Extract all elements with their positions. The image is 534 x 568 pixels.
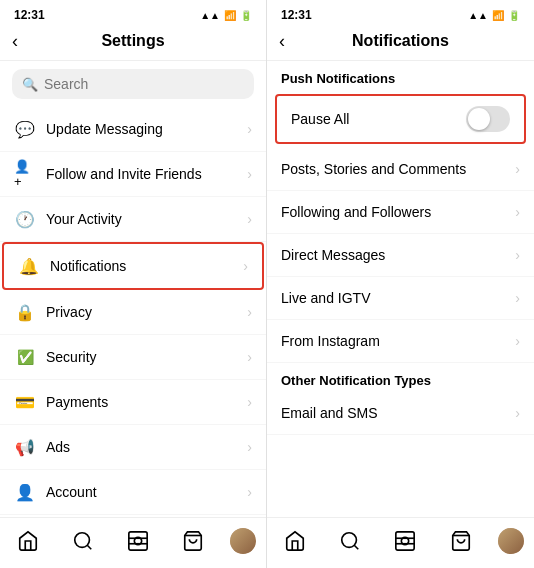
other-types-header: Other Notification Types	[267, 363, 534, 392]
nav-profile-r[interactable]	[498, 528, 524, 554]
account-icon: 👤	[14, 481, 36, 503]
chevron-icon: ›	[247, 439, 252, 455]
chevron-icon: ›	[515, 161, 520, 177]
svg-line-1	[87, 545, 91, 549]
svg-rect-9	[396, 532, 414, 550]
bottom-nav-left	[0, 517, 266, 568]
status-icons-left: ▲▲ 📶 🔋	[200, 10, 252, 21]
update-messaging-icon: 💬	[14, 118, 36, 140]
settings-title: Settings	[101, 32, 164, 50]
svg-point-7	[342, 533, 357, 548]
status-bar-right: 12:31 ▲▲ 📶 🔋	[267, 0, 534, 26]
nav-reels[interactable]	[120, 526, 156, 556]
signal-icon-r: ▲▲	[468, 10, 488, 21]
chevron-icon: ›	[515, 333, 520, 349]
chevron-icon: ›	[515, 290, 520, 306]
push-notifications-header: Push Notifications	[267, 61, 534, 90]
svg-point-0	[75, 533, 90, 548]
security-icon: ✅	[14, 346, 36, 368]
pause-all-label: Pause All	[291, 111, 466, 127]
notifications-title-bar: ‹ Notifications	[267, 26, 534, 61]
notifications-title: Notifications	[352, 32, 449, 50]
chevron-icon: ›	[247, 211, 252, 227]
settings-item-account[interactable]: 👤 Account ›	[0, 470, 266, 515]
pause-all-row[interactable]: Pause All	[275, 94, 526, 144]
notif-item-direct-messages[interactable]: Direct Messages ›	[267, 234, 534, 277]
back-button-notif[interactable]: ‹	[279, 31, 285, 52]
live-igtv-label: Live and IGTV	[281, 290, 515, 306]
notif-item-from-instagram[interactable]: From Instagram ›	[267, 320, 534, 363]
chevron-icon: ›	[515, 204, 520, 220]
your-activity-label: Your Activity	[46, 211, 237, 227]
nav-profile[interactable]	[230, 528, 256, 554]
search-icon: 🔍	[22, 77, 38, 92]
nav-reels-r[interactable]	[387, 526, 423, 556]
settings-item-ads[interactable]: 📢 Ads ›	[0, 425, 266, 470]
settings-item-privacy[interactable]: 🔒 Privacy ›	[0, 290, 266, 335]
your-activity-icon: 🕐	[14, 208, 36, 230]
following-label: Following and Followers	[281, 204, 515, 220]
chevron-icon: ›	[515, 247, 520, 263]
notif-item-following[interactable]: Following and Followers ›	[267, 191, 534, 234]
notifications-label: Notifications	[50, 258, 233, 274]
nav-search-r[interactable]	[332, 526, 368, 556]
settings-item-update-messaging[interactable]: 💬 Update Messaging ›	[0, 107, 266, 152]
follow-invite-label: Follow and Invite Friends	[46, 166, 237, 182]
notifications-icon: 🔔	[18, 255, 40, 277]
chevron-icon: ›	[247, 349, 252, 365]
chevron-icon: ›	[247, 484, 252, 500]
settings-list: 💬 Update Messaging › 👤+ Follow and Invit…	[0, 107, 266, 517]
search-box[interactable]: 🔍	[12, 69, 254, 99]
notif-item-posts-stories[interactable]: Posts, Stories and Comments ›	[267, 148, 534, 191]
from-instagram-label: From Instagram	[281, 333, 515, 349]
payments-label: Payments	[46, 394, 237, 410]
back-button[interactable]: ‹	[12, 31, 18, 52]
update-messaging-label: Update Messaging	[46, 121, 237, 137]
privacy-icon: 🔒	[14, 301, 36, 323]
settings-item-security[interactable]: ✅ Security ›	[0, 335, 266, 380]
settings-item-notifications[interactable]: 🔔 Notifications ›	[2, 242, 264, 290]
status-icons-right: ▲▲ 📶 🔋	[468, 10, 520, 21]
wifi-icon: 📶	[224, 10, 236, 21]
svg-rect-2	[129, 532, 147, 550]
chevron-icon: ›	[515, 405, 520, 421]
battery-icon-r: 🔋	[508, 10, 520, 21]
notif-item-live-igtv[interactable]: Live and IGTV ›	[267, 277, 534, 320]
battery-icon: 🔋	[240, 10, 252, 21]
settings-item-follow-invite[interactable]: 👤+ Follow and Invite Friends ›	[0, 152, 266, 197]
chevron-icon: ›	[247, 304, 252, 320]
time-right: 12:31	[281, 8, 312, 22]
settings-screen: 12:31 ▲▲ 📶 🔋 ‹ Settings 🔍 💬 Update Messa…	[0, 0, 267, 568]
nav-search[interactable]	[65, 526, 101, 556]
notif-item-email-sms[interactable]: Email and SMS ›	[267, 392, 534, 435]
nav-shop[interactable]	[175, 526, 211, 556]
posts-stories-label: Posts, Stories and Comments	[281, 161, 515, 177]
ads-icon: 📢	[14, 436, 36, 458]
ads-label: Ads	[46, 439, 237, 455]
notifications-screen: 12:31 ▲▲ 📶 🔋 ‹ Notifications Push Notifi…	[267, 0, 534, 568]
nav-home-r[interactable]	[277, 526, 313, 556]
nav-home[interactable]	[10, 526, 46, 556]
settings-item-help[interactable]: ❓ Help ›	[0, 515, 266, 517]
chevron-icon: ›	[247, 121, 252, 137]
follow-invite-icon: 👤+	[14, 163, 36, 185]
notifications-list: Posts, Stories and Comments › Following …	[267, 148, 534, 517]
security-label: Security	[46, 349, 237, 365]
settings-item-payments[interactable]: 💳 Payments ›	[0, 380, 266, 425]
search-input[interactable]	[44, 76, 244, 92]
email-sms-label: Email and SMS	[281, 405, 515, 421]
status-bar-left: 12:31 ▲▲ 📶 🔋	[0, 0, 266, 26]
chevron-icon: ›	[243, 258, 248, 274]
pause-all-toggle[interactable]	[466, 106, 510, 132]
signal-icon: ▲▲	[200, 10, 220, 21]
nav-shop-r[interactable]	[443, 526, 479, 556]
wifi-icon-r: 📶	[492, 10, 504, 21]
direct-messages-label: Direct Messages	[281, 247, 515, 263]
toggle-thumb	[468, 108, 490, 130]
settings-item-your-activity[interactable]: 🕐 Your Activity ›	[0, 197, 266, 242]
settings-title-bar: ‹ Settings	[0, 26, 266, 61]
chevron-icon: ›	[247, 166, 252, 182]
svg-line-8	[354, 545, 358, 549]
payments-icon: 💳	[14, 391, 36, 413]
privacy-label: Privacy	[46, 304, 237, 320]
